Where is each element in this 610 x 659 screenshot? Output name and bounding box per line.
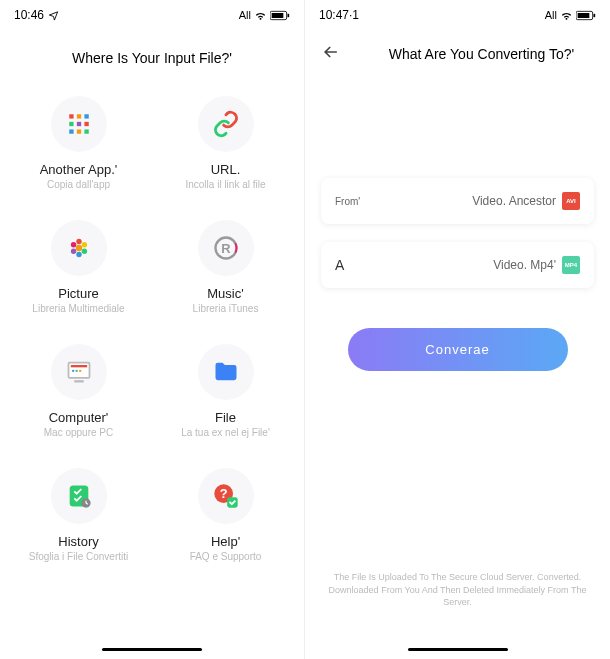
svg-rect-10 bbox=[76, 129, 80, 133]
help-icon: ? bbox=[198, 468, 254, 524]
picture-icon bbox=[51, 220, 107, 276]
location-icon bbox=[48, 10, 59, 21]
item-title: Picture bbox=[58, 286, 98, 301]
svg-rect-3 bbox=[69, 114, 73, 118]
source-another-app[interactable]: Another App.' Copia dall'app bbox=[10, 96, 147, 190]
item-title: Another App.' bbox=[40, 162, 118, 177]
svg-rect-2 bbox=[288, 13, 290, 16]
status-network: All bbox=[545, 9, 557, 21]
source-picture[interactable]: Picture Libreria Multimediale bbox=[10, 220, 147, 314]
mp4-badge-icon: MP4 bbox=[562, 256, 580, 274]
convert-from: A bbox=[335, 257, 344, 273]
svg-rect-4 bbox=[76, 114, 80, 118]
status-time: 10:47·1 bbox=[319, 8, 359, 22]
source-file[interactable]: File La tua ex nel ej File' bbox=[157, 344, 294, 438]
svg-point-17 bbox=[70, 249, 75, 254]
screen-source: 10:46 All Where Is Your Input File?' Ano… bbox=[0, 0, 305, 659]
svg-rect-11 bbox=[84, 129, 88, 133]
source-help[interactable]: ? Help' FAQ e Supporto bbox=[157, 468, 294, 562]
svg-rect-6 bbox=[69, 122, 73, 126]
item-title: Music' bbox=[207, 286, 243, 301]
item-title: History bbox=[58, 534, 98, 549]
source-grid: Another App.' Copia dall'app URL. Incoll… bbox=[0, 76, 304, 582]
wifi-icon bbox=[254, 9, 267, 22]
source-computer[interactable]: Computer' Mac oppure PC bbox=[10, 344, 147, 438]
status-time: 10:46 bbox=[14, 8, 44, 22]
status-bar: 10:47·1 All bbox=[305, 0, 610, 30]
battery-icon bbox=[576, 10, 596, 21]
history-icon bbox=[51, 468, 107, 524]
item-subtitle: Libreria iTunes bbox=[193, 303, 259, 314]
svg-rect-33 bbox=[578, 13, 590, 18]
item-subtitle: Sfoglia i File Convertiti bbox=[29, 551, 128, 562]
convert-option-avi[interactable]: From' Video. Ancestor AVI bbox=[321, 178, 594, 224]
item-title: Computer' bbox=[49, 410, 109, 425]
svg-rect-5 bbox=[84, 114, 88, 118]
svg-rect-8 bbox=[84, 122, 88, 126]
footer-text: The File Is Uploaded To The Secure Cloud… bbox=[315, 571, 600, 609]
item-title: File bbox=[215, 410, 236, 425]
item-subtitle: FAQ e Supporto bbox=[190, 551, 262, 562]
item-subtitle: Mac oppure PC bbox=[44, 427, 113, 438]
music-icon: R bbox=[198, 220, 254, 276]
home-indicator[interactable] bbox=[102, 648, 202, 651]
source-url[interactable]: URL. Incolla il link al file bbox=[157, 96, 294, 190]
page-title: What Are You Converting To?' bbox=[369, 46, 594, 62]
item-title: Help' bbox=[211, 534, 240, 549]
convert-button[interactable]: Converae bbox=[348, 328, 568, 371]
svg-rect-22 bbox=[70, 365, 86, 367]
convert-option-mp4[interactable]: A Video. Mp4' MP4 bbox=[321, 242, 594, 288]
svg-point-18 bbox=[70, 242, 75, 247]
svg-text:?: ? bbox=[219, 486, 227, 501]
item-subtitle: Libreria Multimediale bbox=[32, 303, 124, 314]
back-button[interactable] bbox=[321, 42, 341, 66]
item-subtitle: Incolla il link al file bbox=[185, 179, 265, 190]
source-history[interactable]: History Sfoglia i File Convertiti bbox=[10, 468, 147, 562]
screen-convert: 10:47·1 All What Are You Converting To?'… bbox=[305, 0, 610, 659]
link-icon bbox=[198, 96, 254, 152]
convert-to-label: Video. Mp4' bbox=[493, 258, 556, 272]
computer-icon bbox=[51, 344, 107, 400]
svg-point-26 bbox=[79, 370, 81, 372]
svg-point-14 bbox=[81, 242, 86, 247]
home-indicator[interactable] bbox=[408, 648, 508, 651]
svg-rect-9 bbox=[69, 129, 73, 133]
svg-rect-23 bbox=[74, 380, 83, 382]
svg-point-13 bbox=[76, 239, 81, 244]
item-subtitle: Copia dall'app bbox=[47, 179, 110, 190]
svg-rect-21 bbox=[68, 363, 89, 378]
item-subtitle: La tua ex nel ej File' bbox=[181, 427, 270, 438]
avi-badge-icon: AVI bbox=[562, 192, 580, 210]
source-music[interactable]: R Music' Libreria iTunes bbox=[157, 220, 294, 314]
convert-from: From' bbox=[335, 196, 360, 207]
convert-list: From' Video. Ancestor AVI A Video. Mp4' … bbox=[305, 78, 610, 391]
wifi-icon bbox=[560, 9, 573, 22]
svg-point-12 bbox=[75, 245, 82, 252]
status-network: All bbox=[239, 9, 251, 21]
svg-point-25 bbox=[75, 370, 77, 372]
svg-rect-1 bbox=[272, 13, 284, 18]
item-title: URL. bbox=[211, 162, 241, 177]
file-icon bbox=[198, 344, 254, 400]
convert-to-label: Video. Ancestor bbox=[472, 194, 556, 208]
battery-icon bbox=[270, 10, 290, 21]
svg-point-15 bbox=[81, 249, 86, 254]
page-title: Where Is Your Input File?' bbox=[0, 30, 304, 76]
apps-icon bbox=[51, 96, 107, 152]
svg-text:R: R bbox=[221, 241, 230, 256]
svg-rect-34 bbox=[594, 13, 596, 16]
status-bar: 10:46 All bbox=[0, 0, 304, 30]
svg-point-16 bbox=[76, 252, 81, 257]
svg-point-24 bbox=[72, 370, 74, 372]
svg-rect-7 bbox=[76, 122, 80, 126]
title-bar: What Are You Converting To?' bbox=[305, 30, 610, 78]
